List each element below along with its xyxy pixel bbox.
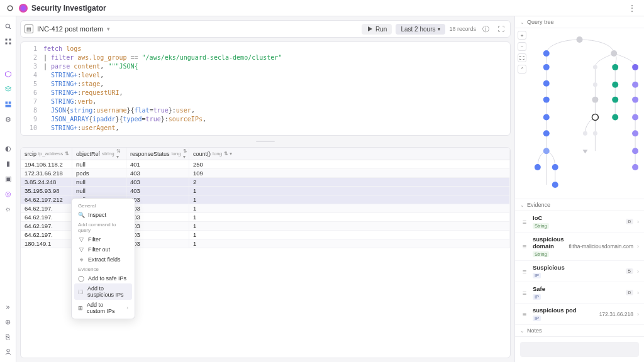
chevron-down-icon[interactable]: ▾: [107, 26, 110, 32]
bookmark-icon[interactable]: ⎘: [3, 332, 13, 342]
table-row[interactable]: 35.195.93.98null4031: [21, 187, 510, 195]
svg-line-2: [9, 28, 10, 29]
zoom-out-icon[interactable]: －: [518, 42, 526, 51]
svg-point-27: [543, 97, 550, 103]
svg-point-33: [612, 114, 618, 120]
grid-icon[interactable]: [3, 99, 13, 109]
info-icon[interactable]: ⓘ: [480, 23, 491, 35]
results-table: srcip ip_address ⇅objectRef string ⇅ ▾re…: [20, 147, 511, 358]
context-menu: General 🔍Inspect Add command to query ▽F…: [71, 198, 135, 319]
menu-add-suspicious-ips[interactable]: ⬚Add to suspicious IPs: [74, 283, 132, 300]
sun-icon[interactable]: ☼: [3, 204, 13, 214]
fit-icon[interactable]: ⛶: [518, 53, 526, 62]
dashboard-icon[interactable]: ◐: [3, 143, 13, 153]
evidence-item[interactable]: ≡SafeIP0›: [515, 282, 644, 304]
investigator-icon[interactable]: ◎: [3, 189, 13, 199]
evidence-header[interactable]: ⌄Evidence: [515, 199, 644, 211]
svg-point-34: [632, 114, 638, 120]
svg-point-36: [583, 131, 587, 136]
svg-point-16: [577, 36, 583, 43]
menu-add-custom-ips[interactable]: ⊞Add to custom IPs›: [74, 300, 132, 316]
alert-icon: ⬚: [78, 288, 84, 295]
query-toolbar: ▤ INC-412 post mortem ▾ Run Last 2 hours…: [20, 20, 511, 38]
table-row[interactable]: 194.106.118.2null401250: [21, 160, 510, 169]
zoom-in-icon[interactable]: ＋: [518, 31, 526, 40]
menu-extract-fields[interactable]: ⎆Extract fields: [74, 255, 132, 265]
menu-inspect[interactable]: 🔍Inspect: [74, 210, 132, 220]
svg-marker-40: [582, 150, 587, 153]
svg-point-10: [6, 349, 9, 353]
evidence-item[interactable]: ≡suspicious podIP172.31.66.218›: [515, 304, 644, 325]
list-icon: ≡: [520, 217, 529, 226]
more-menu-icon[interactable]: ⋮: [625, 3, 639, 13]
svg-point-32: [592, 114, 598, 120]
notes-input[interactable]: [520, 342, 639, 357]
time-range-button[interactable]: Last 2 hours▾: [396, 24, 445, 35]
svg-point-1: [6, 24, 9, 28]
investigation-name[interactable]: INC-412 post mortem: [37, 25, 103, 33]
svg-point-26: [632, 82, 638, 88]
collapse-all-icon[interactable]: ⌃: [518, 65, 526, 74]
query-editor[interactable]: 1fetch logs2| filter aws.log_group == "/…: [20, 41, 511, 136]
app-switcher-icon[interactable]: [5, 3, 15, 13]
col-header-count[interactable]: count() long ⇅ ▾: [189, 148, 510, 160]
col-header-objectRef[interactable]: objectRef string ⇅ ▾: [72, 148, 126, 160]
chevron-right-icon: ›: [637, 290, 639, 296]
evidence-item[interactable]: ≡suspicious domainStringtlitha-malicious…: [515, 233, 644, 261]
app-title: Security Investigator: [31, 4, 106, 13]
user-icon[interactable]: [3, 347, 13, 357]
svg-point-38: [632, 130, 638, 136]
search-icon[interactable]: [3, 21, 13, 31]
svg-point-39: [543, 148, 550, 154]
svg-rect-6: [9, 43, 11, 45]
svg-point-43: [552, 164, 558, 170]
svg-rect-9: [5, 105, 11, 107]
expand-icon[interactable]: ⛶: [495, 23, 506, 35]
svg-point-23: [543, 80, 550, 87]
svg-rect-3: [5, 39, 7, 41]
search-icon: 🔍: [78, 212, 84, 218]
query-tree-header[interactable]: ⌄Query tree: [515, 16, 644, 28]
svg-rect-7: [5, 102, 8, 104]
gear-icon[interactable]: ⚙: [3, 114, 13, 124]
svg-rect-4: [9, 39, 11, 41]
globe-icon[interactable]: ⊕: [3, 317, 13, 327]
collapse-icon[interactable]: »: [3, 302, 13, 312]
svg-point-22: [632, 64, 638, 70]
resize-handle[interactable]: [20, 140, 511, 143]
query-tree[interactable]: ＋ － ⛶ ⌃: [515, 28, 644, 199]
evidence-item[interactable]: ≡SuspiciousIP5›: [515, 261, 644, 282]
notes-header[interactable]: ⌄Notes: [515, 325, 644, 337]
svg-point-20: [593, 65, 597, 69]
database-icon[interactable]: ▮: [3, 158, 13, 168]
svg-point-37: [593, 131, 597, 136]
svg-point-30: [632, 97, 638, 103]
svg-point-24: [593, 82, 597, 87]
list-icon: ≡: [520, 288, 529, 297]
menu-filter-out[interactable]: ▽Filter out: [74, 244, 132, 255]
table-row[interactable]: 172.31.66.218pods403109: [21, 169, 510, 178]
apps-icon[interactable]: [3, 36, 13, 47]
chevron-right-icon: ›: [637, 311, 639, 317]
evidence-item[interactable]: ≡IoCString0›: [515, 211, 644, 233]
svg-rect-5: [5, 43, 7, 45]
menu-add-safe-ips[interactable]: ◯Add to safe IPs: [74, 273, 132, 283]
col-header-responseStatus[interactable]: responseStatus long ⇅ ▾: [126, 148, 189, 160]
svg-point-17: [543, 50, 550, 57]
sheet-icon[interactable]: ▤: [25, 25, 33, 33]
svg-point-29: [612, 97, 618, 103]
extract-icon: ⎆: [78, 256, 84, 263]
list-icon: ≡: [520, 310, 529, 319]
col-header-srcip[interactable]: srcip ip_address ⇅: [21, 148, 72, 160]
list-icon: ≡: [520, 267, 529, 276]
record-count: 18 records: [449, 26, 476, 32]
table-row[interactable]: 3.85.24.248null4032: [21, 178, 510, 187]
run-button[interactable]: Run: [362, 24, 392, 35]
menu-section-evidence: Evidence: [74, 265, 132, 273]
layers-icon[interactable]: [3, 84, 13, 94]
monitor-icon[interactable]: ▣: [3, 173, 13, 184]
menu-section-add-command: Add command to query: [74, 220, 132, 234]
cube-icon[interactable]: [3, 69, 13, 79]
svg-point-0: [8, 6, 13, 11]
menu-filter[interactable]: ▽Filter: [74, 234, 132, 244]
